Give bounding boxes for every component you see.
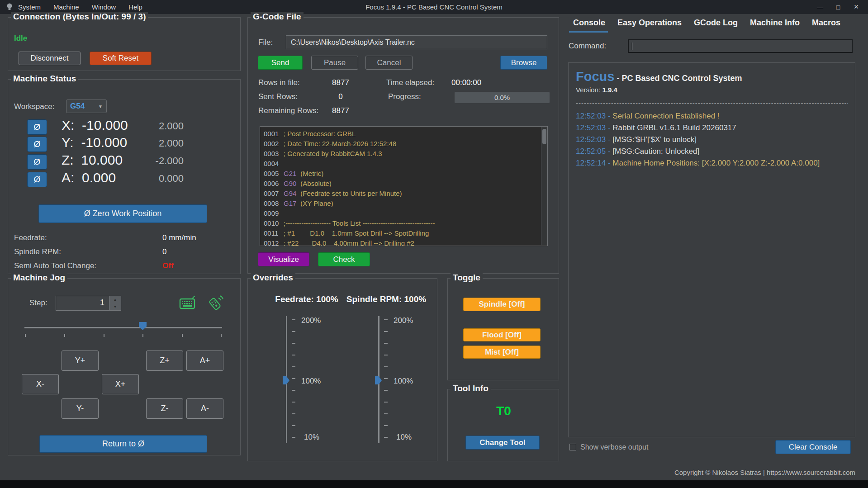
jog-a-plus-button[interactable]: A+	[186, 351, 223, 371]
keyboard-jog-icon[interactable]	[179, 295, 195, 310]
console-version: Version: 1.9.4	[576, 86, 848, 94]
console-app-subtitle: - PC Based CNC Control System	[614, 74, 742, 83]
jog-y-plus-button[interactable]: Y+	[62, 351, 99, 371]
remote-jog-icon[interactable]	[206, 294, 223, 311]
axis-z-work: Z: 10.000	[62, 152, 123, 168]
current-tool-value: T0	[448, 404, 560, 418]
spinner-down-icon[interactable]: ▼	[109, 303, 121, 311]
spinner-up-icon[interactable]: ▲	[109, 296, 121, 303]
workspace-value: G54	[70, 102, 94, 111]
step-spinner[interactable]: ▲ ▼	[109, 296, 121, 310]
overrides-title: Overrides	[251, 273, 295, 283]
console-tab-bar: Console Easy Operations GCode Log Machin…	[573, 18, 840, 28]
axis-row-y: Ø Y: -10.000 2.000	[19, 137, 232, 154]
feedrate-override-thumb[interactable]	[283, 376, 289, 384]
gcode-scrollbar[interactable]	[541, 127, 547, 245]
tool-info-title: Tool Info	[451, 384, 491, 393]
disconnect-button[interactable]: Disconnect	[19, 52, 81, 65]
workspace-dropdown[interactable]: G54 ▼	[66, 99, 107, 113]
flood-toggle-button[interactable]: Flood [Off]	[463, 328, 541, 341]
jog-step-slider-thumb[interactable]	[139, 322, 147, 330]
app-window: System Machine Window Help Focus 1.9.4 -…	[0, 0, 868, 488]
slider-tick	[384, 355, 388, 355]
jog-a-minus-button[interactable]: A-	[186, 398, 223, 419]
send-button[interactable]: Send	[258, 56, 303, 70]
jog-step-slider[interactable]	[24, 327, 222, 328]
spindle-toggle-button[interactable]: Spindle [Off]	[463, 298, 541, 311]
slider-tick	[292, 390, 295, 391]
jog-y-minus-button[interactable]: Y-	[62, 398, 99, 419]
spindle-scale-100: 100%	[394, 377, 413, 386]
slider-tick	[384, 413, 388, 414]
clear-console-button[interactable]: Clear Console	[775, 440, 851, 454]
slider-tick	[182, 334, 183, 337]
chevron-down-icon: ▼	[98, 104, 103, 109]
step-input[interactable]: 1 ▲ ▼	[56, 296, 121, 311]
gcode-line: 0009	[264, 208, 541, 218]
tool-change-value: Off	[162, 261, 174, 270]
visualize-button[interactable]: Visualize	[258, 252, 309, 266]
command-input[interactable]	[628, 39, 853, 53]
tab-easy-operations[interactable]: Easy Operations	[617, 18, 682, 28]
gcode-line: 0002; Date Time: 22-March-2026 12:52:48	[264, 139, 541, 149]
machine-status-title: Machine Status	[11, 74, 78, 84]
gcode-viewer[interactable]: 0001; Post Processor: GRBL 0002; Date Ti…	[260, 126, 548, 246]
machine-jog-title: Machine Jog	[11, 273, 67, 283]
tab-macros[interactable]: Macros	[812, 18, 840, 28]
axis-a-work: A: 0.000	[62, 170, 116, 185]
spindle-rpm-label: Spindle RPM:	[14, 247, 61, 256]
change-tool-button[interactable]: Change Tool	[465, 436, 540, 450]
slider-tick	[384, 366, 388, 367]
verbose-checkbox[interactable]	[569, 444, 576, 450]
mist-toggle-button[interactable]: Mist [Off]	[463, 346, 541, 359]
spindle-override-thumb[interactable]	[375, 376, 382, 384]
jog-x-plus-button[interactable]: X+	[102, 374, 139, 394]
toggle-title: Toggle	[451, 273, 483, 283]
zero-a-button[interactable]: Ø	[27, 172, 47, 187]
browse-button[interactable]: Browse	[500, 56, 547, 70]
menu-machine[interactable]: Machine	[53, 3, 79, 11]
rows-in-file-value: 8877	[311, 78, 370, 87]
spindle-override-header: Spindle RPM: 100%	[341, 294, 432, 304]
tab-machine-info[interactable]: Machine Info	[750, 18, 800, 28]
pause-button[interactable]: Pause	[311, 56, 358, 70]
soft-reset-button[interactable]: Soft Reset	[90, 52, 152, 65]
slider-tick	[384, 343, 388, 344]
progress-bar: 0.0%	[455, 92, 550, 103]
window-controls: — □ ×	[811, 0, 865, 14]
slider-tick	[292, 343, 295, 344]
minimize-icon[interactable]: —	[811, 0, 829, 14]
gcode-line: 0008G17(XY Plane)	[264, 199, 541, 208]
file-label: File:	[258, 38, 273, 47]
zero-y-button[interactable]: Ø	[27, 137, 47, 152]
gcode-file-title: G-Code File	[251, 12, 304, 22]
return-to-zero-button[interactable]: Return to Ø	[39, 435, 207, 453]
tab-console[interactable]: Console	[573, 18, 605, 28]
slider-tick	[292, 402, 295, 403]
zero-x-button[interactable]: Ø	[27, 119, 47, 135]
maximize-icon[interactable]: □	[829, 0, 847, 14]
gcode-line: 0004	[264, 159, 541, 169]
jog-z-minus-button[interactable]: Z-	[146, 398, 183, 419]
axis-y-work: Y: -10.000	[62, 135, 127, 150]
zero-work-position-button[interactable]: Ø Zero Work Position	[38, 204, 207, 223]
feedrate-override-header: Feedrate: 100%	[261, 294, 352, 304]
cancel-button[interactable]: Cancel	[365, 56, 413, 70]
gcode-scrollbar-thumb[interactable]	[542, 129, 546, 144]
file-path-input[interactable]: C:\Users\Nikos\Desktop\Axis Trailer.nc	[286, 35, 547, 49]
menu-system[interactable]: System	[18, 3, 41, 11]
close-icon[interactable]: ×	[847, 0, 865, 14]
check-button[interactable]: Check	[318, 252, 370, 266]
connection-status: Idle	[14, 34, 27, 43]
gcode-file-panel: G-Code File File: C:\Users\Nikos\Desktop…	[247, 17, 559, 274]
jog-z-plus-button[interactable]: Z+	[146, 351, 183, 371]
slider-tick	[384, 319, 388, 320]
menu-window[interactable]: Window	[92, 3, 116, 11]
tab-gcode-log[interactable]: GCode Log	[694, 18, 738, 28]
zero-z-button[interactable]: Ø	[27, 154, 47, 170]
jog-x-minus-button[interactable]: X-	[22, 374, 59, 394]
feedrate-scale-100: 100%	[301, 377, 321, 386]
slider-tick	[384, 331, 388, 332]
toggle-panel: Toggle Spindle [Off] Flood [Off] Mist [O…	[447, 278, 559, 380]
slider-tick	[292, 425, 295, 426]
